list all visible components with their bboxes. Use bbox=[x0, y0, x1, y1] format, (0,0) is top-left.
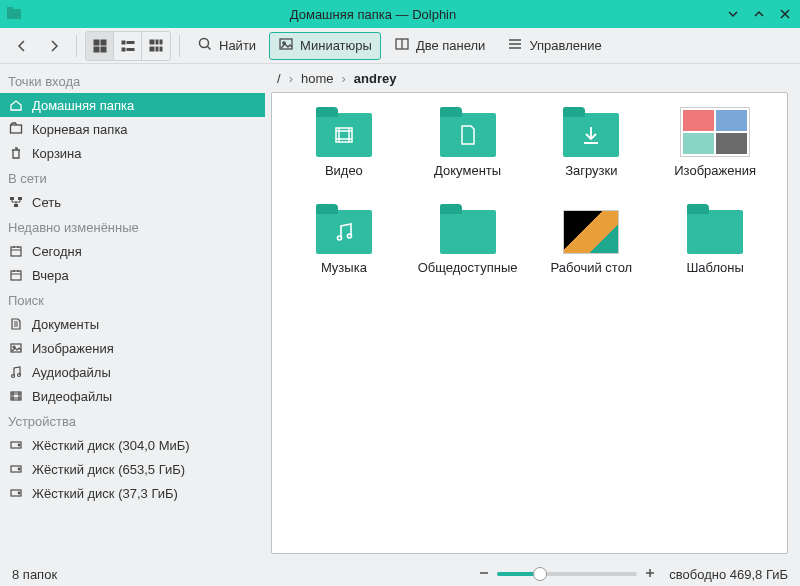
file-label: Общедоступные bbox=[418, 260, 518, 275]
file-tile[interactable]: Документы bbox=[410, 103, 526, 182]
svg-rect-1 bbox=[7, 7, 13, 11]
svg-rect-2 bbox=[94, 40, 99, 45]
forward-button[interactable] bbox=[40, 32, 68, 60]
view-mode-group bbox=[85, 31, 171, 61]
image-icon bbox=[8, 340, 24, 356]
maximize-button[interactable] bbox=[750, 5, 768, 23]
close-button[interactable] bbox=[776, 5, 794, 23]
svg-rect-21 bbox=[10, 197, 14, 200]
window-title: Домашняя папка — Dolphin bbox=[290, 7, 456, 22]
minimize-button[interactable] bbox=[724, 5, 742, 23]
sidebar-item-label: Жёсткий диск (304,0 МиБ) bbox=[32, 438, 190, 453]
sidebar-item-label: Корневая папка bbox=[32, 122, 128, 137]
file-tile[interactable]: Видео bbox=[286, 103, 402, 182]
sidebar-item-disk[interactable]: Жёсткий диск (653,5 ГиБ) bbox=[0, 457, 265, 481]
section-search: Поиск bbox=[0, 287, 265, 312]
svg-rect-6 bbox=[122, 41, 125, 44]
status-count: 8 папок bbox=[12, 567, 57, 582]
sidebar-item-label: Корзина bbox=[32, 146, 82, 161]
find-button[interactable]: Найти bbox=[188, 32, 265, 60]
sidebar-item-label: Вчера bbox=[32, 268, 69, 283]
svg-rect-22 bbox=[18, 197, 22, 200]
svg-point-29 bbox=[18, 374, 21, 377]
breadcrumb-root[interactable]: / bbox=[277, 71, 281, 86]
sidebar-item-yesterday[interactable]: Вчера bbox=[0, 263, 265, 287]
calendar-icon bbox=[8, 243, 24, 259]
section-network: В сети bbox=[0, 165, 265, 190]
file-tile[interactable]: Загрузки bbox=[534, 103, 650, 182]
svg-rect-25 bbox=[11, 271, 21, 280]
sidebar-item-docs[interactable]: Документы bbox=[0, 312, 265, 336]
sidebar: Точки входа Домашняя папка Корневая папк… bbox=[0, 64, 265, 562]
back-button[interactable] bbox=[8, 32, 36, 60]
svg-rect-15 bbox=[160, 47, 162, 51]
sidebar-item-today[interactable]: Сегодня bbox=[0, 239, 265, 263]
file-tile[interactable]: Шаблоны bbox=[657, 200, 773, 279]
sidebar-item-root[interactable]: Корневая папка bbox=[0, 117, 265, 141]
sidebar-item-label: Жёсткий диск (653,5 ГиБ) bbox=[32, 462, 185, 477]
file-tile[interactable]: Рабочий стол bbox=[534, 200, 650, 279]
sidebar-item-label: Сеть bbox=[32, 195, 61, 210]
file-tile[interactable]: Изображения bbox=[657, 103, 773, 182]
svg-rect-12 bbox=[160, 40, 162, 44]
calendar-icon bbox=[8, 267, 24, 283]
trash-icon bbox=[8, 145, 24, 161]
sidebar-item-network[interactable]: Сеть bbox=[0, 190, 265, 214]
section-places: Точки входа bbox=[0, 68, 265, 93]
sidebar-item-disk[interactable]: Жёсткий диск (304,0 МиБ) bbox=[0, 433, 265, 457]
sidebar-item-home[interactable]: Домашняя папка bbox=[0, 93, 265, 117]
control-button[interactable]: Управление bbox=[498, 32, 610, 60]
folder-icon bbox=[8, 121, 24, 137]
file-tile[interactable]: Общедоступные bbox=[410, 200, 526, 279]
svg-point-34 bbox=[18, 468, 20, 470]
sidebar-item-label: Сегодня bbox=[32, 244, 82, 259]
svg-point-32 bbox=[18, 444, 20, 446]
breadcrumb-item[interactable]: home bbox=[301, 71, 334, 86]
image-icon bbox=[278, 36, 294, 55]
sidebar-item-label: Документы bbox=[32, 317, 99, 332]
section-recent: Недавно изменённые bbox=[0, 214, 265, 239]
svg-point-39 bbox=[347, 234, 351, 238]
svg-rect-4 bbox=[94, 47, 99, 52]
svg-rect-3 bbox=[101, 40, 106, 45]
file-tile[interactable]: Музыка bbox=[286, 200, 402, 279]
drive-icon bbox=[8, 461, 24, 477]
split-icon bbox=[394, 36, 410, 55]
hamburger-icon bbox=[507, 36, 523, 55]
video-icon bbox=[8, 388, 24, 404]
zoom-out-icon bbox=[477, 566, 491, 583]
sidebar-item-images[interactable]: Изображения bbox=[0, 336, 265, 360]
svg-point-16 bbox=[200, 39, 209, 48]
sidebar-item-audio[interactable]: Аудиофайлы bbox=[0, 360, 265, 384]
document-icon bbox=[8, 316, 24, 332]
breadcrumb-current[interactable]: andrey bbox=[354, 71, 397, 86]
file-label: Загрузки bbox=[565, 163, 617, 178]
home-icon bbox=[8, 97, 24, 113]
breadcrumb: / › home › andrey bbox=[265, 64, 800, 92]
file-viewport[interactable]: ВидеоДокументыЗагрузкиИзображенияМузыкаО… bbox=[271, 92, 788, 554]
svg-rect-20 bbox=[11, 125, 22, 133]
status-free: свободно 469,8 ГиБ bbox=[669, 567, 788, 582]
app-icon bbox=[6, 5, 22, 24]
compact-view-button[interactable] bbox=[114, 32, 142, 60]
svg-point-28 bbox=[12, 375, 15, 378]
icons-view-button[interactable] bbox=[86, 32, 114, 60]
split-button[interactable]: Две панели bbox=[385, 32, 495, 60]
file-label: Изображения bbox=[674, 163, 756, 178]
file-label: Шаблоны bbox=[686, 260, 744, 275]
sidebar-item-label: Домашняя папка bbox=[32, 98, 134, 113]
drive-icon bbox=[8, 437, 24, 453]
sidebar-item-trash[interactable]: Корзина bbox=[0, 141, 265, 165]
svg-rect-10 bbox=[150, 40, 154, 44]
svg-rect-5 bbox=[101, 47, 106, 52]
svg-rect-8 bbox=[122, 48, 125, 51]
sidebar-item-video[interactable]: Видеофайлы bbox=[0, 384, 265, 408]
chevron-right-icon: › bbox=[342, 71, 346, 86]
thumbnails-label: Миниатюры bbox=[300, 38, 372, 53]
details-view-button[interactable] bbox=[142, 32, 170, 60]
zoom-slider[interactable] bbox=[477, 566, 657, 583]
sidebar-item-disk[interactable]: Жёсткий диск (37,3 ГиБ) bbox=[0, 481, 265, 505]
toolbar: Найти Миниатюры Две панели Управление bbox=[0, 28, 800, 64]
thumbnails-button[interactable]: Миниатюры bbox=[269, 32, 381, 60]
section-devices: Устройства bbox=[0, 408, 265, 433]
